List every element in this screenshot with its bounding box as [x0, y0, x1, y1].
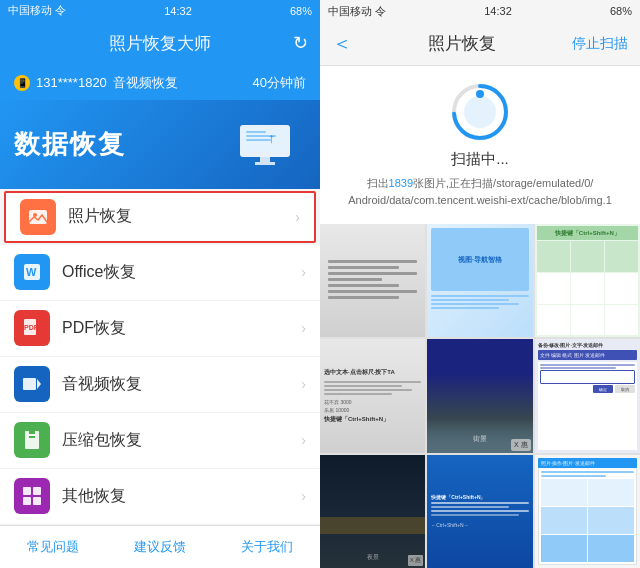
hero-title: 数据恢复: [14, 127, 126, 162]
right-battery: 68%: [610, 5, 632, 17]
svg-rect-21: [33, 487, 41, 495]
office-menu-label: Office恢复: [62, 262, 301, 283]
back-icon[interactable]: ＜: [332, 30, 352, 57]
grid-cell-6: 备份·修改·图片·文字·发送邮件 文件 编辑 格式 图片 发送邮件 确定 取消: [535, 339, 640, 452]
grid-image-office-dialog: 备份·修改·图片·文字·发送邮件 文件 编辑 格式 图片 发送邮件 确定 取消: [535, 339, 640, 452]
bottom-bar: 常见问题 建议反馈 关于我们: [0, 525, 320, 568]
right-top-bar: ＜ 照片恢复 停止扫描: [320, 22, 640, 66]
grid-cell-4: 选中文本·点击标尺·按下TA 花不弃 3000 乐居 10000 快捷键「Ctr…: [320, 339, 425, 452]
left-carrier: 中国移动 令: [8, 3, 66, 18]
left-top-bar: 照片恢复大师 ↻: [0, 22, 320, 65]
pdf-menu-label: PDF恢复: [62, 318, 301, 339]
refresh-icon[interactable]: ↻: [293, 32, 308, 54]
user-bar: 📱 131****1820 音视频恢复 40分钟前: [0, 65, 320, 100]
left-panel: 中国移动 令 14:32 68% 照片恢复大师 ↻ 📱 131****1820 …: [0, 0, 320, 568]
svg-rect-14: [23, 378, 36, 390]
pdf-chevron-icon: ›: [301, 320, 306, 336]
pdf-menu-icon: PDF: [14, 310, 50, 346]
phone-icon: 📱: [14, 75, 30, 91]
grid-cell-7: 夜景 X 惠: [320, 455, 425, 568]
zip-chevron-icon: ›: [301, 432, 306, 448]
time-ago: 40分钟前: [253, 74, 306, 92]
photo-menu-icon: [20, 199, 56, 235]
feedback-link[interactable]: 建议反馈: [134, 538, 186, 556]
other-menu-label: 其他恢复: [62, 486, 301, 507]
svg-point-26: [464, 96, 496, 128]
hero-illustration: ↑: [230, 110, 300, 180]
menu-item-other[interactable]: 其他恢复 ›: [0, 469, 320, 525]
right-time: 14:32: [484, 5, 512, 17]
scanned-image-grid: 视图·导航智格 快捷键「Ctrl+Shift+N」: [320, 224, 640, 568]
faq-link[interactable]: 常见问题: [27, 538, 79, 556]
scan-status-text: 扫描中...: [451, 150, 509, 169]
menu-list: 照片恢复 › W Office恢复 › PDF PDF恢复 › 音视频恢复 ›: [0, 189, 320, 525]
grid-image-doc1: [320, 224, 425, 337]
grid-image-dialog: 照片·操作·图片·发送邮件: [535, 455, 640, 568]
left-status-bar: 中国移动 令 14:32 68%: [0, 0, 320, 22]
app-title: 照片恢复大师: [109, 32, 211, 55]
svg-rect-23: [33, 497, 41, 505]
svg-point-27: [476, 90, 484, 98]
menu-item-video[interactable]: 音视频恢复 ›: [0, 357, 320, 413]
svg-rect-20: [23, 487, 31, 495]
svg-rect-6: [255, 162, 275, 165]
about-link[interactable]: 关于我们: [241, 538, 293, 556]
photo-menu-label: 照片恢复: [68, 206, 295, 227]
grid-image-night: 夜景 X 惠: [320, 455, 425, 568]
grid-cell-8: 快捷键「Ctrl+Shift+N」 ←Ctrl+Shift+N→: [427, 455, 532, 568]
grid-cell-1: [320, 224, 425, 337]
svg-rect-22: [23, 497, 31, 505]
office-menu-icon: W: [14, 254, 50, 290]
other-menu-icon: [14, 478, 50, 514]
grid-cell-9: 照片·操作·图片·发送邮件: [535, 455, 640, 568]
hero-section: 数据恢复 ↑: [0, 100, 320, 188]
scan-status-section: 扫描中... 扫出1839张图片,正在扫描/storage/emulated/0…: [320, 66, 640, 224]
right-status-bar: 中国移动 令 14:32 68%: [320, 0, 640, 22]
phone-number: 131****1820: [36, 75, 107, 90]
grid-image-street: 街景 X 惠: [427, 339, 532, 452]
svg-marker-15: [37, 379, 41, 389]
zip-menu-icon: [14, 422, 50, 458]
right-carrier: 中国移动 令: [328, 4, 386, 19]
svg-rect-17: [29, 431, 35, 434]
svg-rect-18: [29, 434, 35, 436]
svg-text:PDF: PDF: [24, 324, 39, 331]
video-chevron-icon: ›: [301, 376, 306, 392]
grid-image-presentation: 视图·导航智格: [427, 224, 532, 337]
user-info: 📱 131****1820 音视频恢复: [14, 74, 178, 92]
svg-rect-2: [246, 131, 266, 133]
menu-item-photo[interactable]: 照片恢复 ›: [4, 191, 316, 243]
menu-item-office[interactable]: W Office恢复 ›: [0, 245, 320, 301]
right-panel: 中国移动 令 14:32 68% ＜ 照片恢复 停止扫描 扫描中... 扫出18…: [320, 0, 640, 568]
grid-image-doc2: 选中文本·点击标尺·按下TA 花不弃 3000 乐居 10000 快捷键「Ctr…: [320, 339, 425, 452]
zip-menu-label: 压缩包恢复: [62, 430, 301, 451]
left-time: 14:32: [164, 5, 192, 17]
grid-image-spreadsheet: 快捷键「Ctrl+Shift+N」: [535, 224, 640, 337]
other-chevron-icon: ›: [301, 488, 306, 504]
svg-rect-19: [29, 436, 35, 438]
menu-item-zip[interactable]: 压缩包恢复 ›: [0, 413, 320, 469]
office-chevron-icon: ›: [301, 264, 306, 280]
audio-video-label: 音视频恢复: [113, 74, 178, 92]
scan-count: 1839: [389, 177, 413, 189]
grid-cell-2: 视图·导航智格: [427, 224, 532, 337]
video-menu-label: 音视频恢复: [62, 374, 301, 395]
photo-chevron-icon: ›: [295, 209, 300, 225]
video-menu-icon: [14, 366, 50, 402]
grid-image-blue-screen: 快捷键「Ctrl+Shift+N」 ←Ctrl+Shift+N→: [427, 455, 532, 568]
grid-cell-5: 街景 X 惠: [427, 339, 532, 452]
grid-cell-3: 快捷键「Ctrl+Shift+N」: [535, 224, 640, 337]
svg-text:W: W: [26, 266, 37, 278]
scan-progress-circle: [450, 82, 510, 142]
right-page-title: 照片恢复: [428, 32, 496, 55]
svg-rect-5: [260, 157, 270, 162]
scan-detail-text: 扫出1839张图片,正在扫描/storage/emulated/0/Androi…: [348, 175, 612, 208]
stop-scan-button[interactable]: 停止扫描: [572, 35, 628, 53]
menu-item-pdf[interactable]: PDF PDF恢复 ›: [0, 301, 320, 357]
watermark: X 惠: [511, 439, 531, 451]
svg-text:↑: ↑: [268, 130, 275, 146]
left-battery: 68%: [290, 5, 312, 17]
